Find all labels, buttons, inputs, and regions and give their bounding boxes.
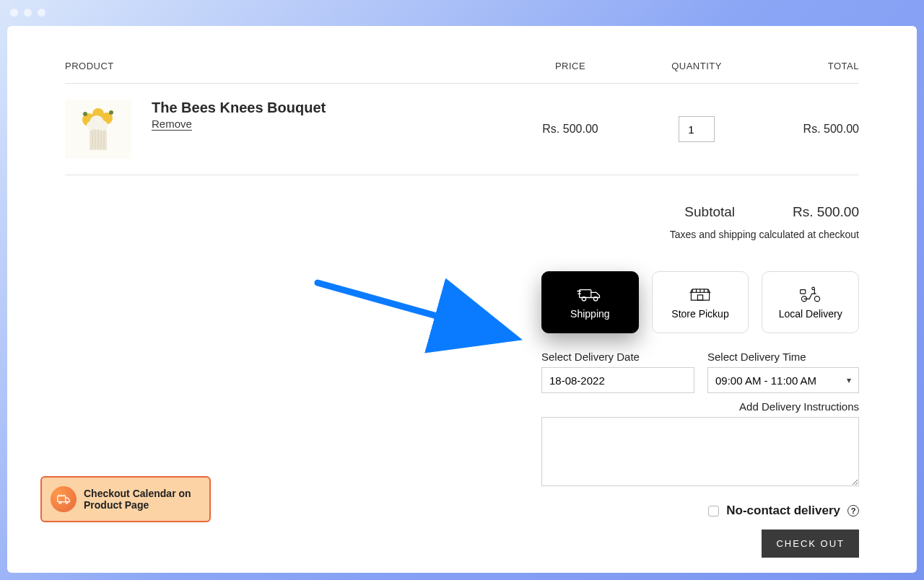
delivery-time-select[interactable]: 09:00 AM - 11:00 AM ▾ — [707, 367, 859, 393]
svg-point-10 — [97, 120, 108, 131]
help-icon[interactable]: ? — [847, 505, 859, 517]
delivery-time-label: Select Delivery Time — [707, 351, 859, 363]
svg-point-30 — [66, 501, 68, 504]
method-shipping-label: Shipping — [570, 308, 610, 320]
svg-point-21 — [814, 296, 819, 302]
method-shipping[interactable]: Shipping — [541, 271, 639, 333]
quantity-stepper[interactable] — [679, 116, 715, 142]
svg-point-13 — [109, 110, 113, 115]
maximize-window-dot[interactable] — [38, 9, 45, 17]
delivery-date-input[interactable] — [541, 367, 694, 393]
product-thumbnail — [65, 100, 131, 159]
header-price: PRICE — [505, 61, 635, 71]
callout-text: Checkout Calendar on Product Page — [84, 488, 201, 511]
annotation-arrow — [310, 278, 527, 365]
tax-shipping-note: Taxes and shipping calculated at checkou… — [65, 229, 859, 240]
browser-frame: PRODUCT PRICE QUANTITY TOTAL — [0, 0, 924, 580]
subtotal-value: Rs. 500.00 — [793, 204, 859, 220]
cart-table-header: PRODUCT PRICE QUANTITY TOTAL — [65, 61, 859, 84]
subtotal-label: Subtotal — [684, 204, 735, 220]
method-store-pickup[interactable]: Store Pickup — [652, 271, 749, 333]
method-local-delivery-label: Local Delivery — [779, 308, 842, 320]
chevron-down-icon: ▾ — [847, 375, 851, 385]
cart-line-item: The Bees Knees Bouquet Remove Rs. 500.00… — [65, 84, 859, 175]
delivery-instructions-textarea[interactable] — [541, 417, 859, 486]
remove-link[interactable]: Remove — [152, 118, 192, 130]
feature-callout: Checkout Calendar on Product Page — [40, 476, 211, 522]
header-quantity: QUANTITY — [635, 61, 758, 71]
no-contact-label: No-contact delivery — [726, 504, 840, 518]
svg-rect-23 — [800, 290, 805, 294]
checkout-button[interactable]: CHECK OUT — [762, 530, 859, 558]
truck-icon — [577, 285, 603, 304]
calendar-truck-icon — [51, 486, 77, 512]
cart-summary: Subtotal Rs. 500.00 Taxes and shipping c… — [65, 204, 859, 240]
close-window-dot[interactable] — [10, 9, 18, 17]
scooter-icon — [798, 285, 824, 304]
cart-page: PRODUCT PRICE QUANTITY TOTAL — [7, 26, 917, 573]
method-store-pickup-label: Store Pickup — [671, 308, 728, 320]
instructions-label: Add Delivery Instructions — [541, 400, 859, 413]
line-total: Rs. 500.00 — [758, 123, 859, 136]
delivery-options-panel: Shipping Store Pickup — [541, 271, 859, 558]
product-title: The Bees Knees Bouquet — [152, 100, 326, 116]
delivery-time-value: 09:00 AM - 11:00 AM — [715, 374, 816, 387]
svg-point-29 — [59, 501, 61, 504]
unit-price: Rs. 500.00 — [505, 123, 635, 136]
delivery-method-row: Shipping Store Pickup — [541, 271, 859, 333]
no-contact-checkbox[interactable] — [708, 506, 719, 517]
svg-point-11 — [87, 121, 95, 130]
minimize-window-dot[interactable] — [24, 9, 32, 17]
product-cell: The Bees Knees Bouquet Remove — [65, 100, 505, 159]
svg-rect-19 — [697, 295, 702, 300]
method-local-delivery[interactable]: Local Delivery — [762, 271, 859, 333]
store-icon — [687, 285, 713, 304]
header-total: TOTAL — [758, 61, 859, 71]
window-controls — [10, 9, 45, 17]
svg-point-12 — [83, 112, 87, 116]
header-product: PRODUCT — [65, 61, 505, 71]
svg-rect-25 — [58, 496, 66, 501]
svg-point-22 — [811, 287, 814, 290]
svg-line-24 — [318, 283, 504, 335]
delivery-date-label: Select Delivery Date — [541, 351, 694, 363]
